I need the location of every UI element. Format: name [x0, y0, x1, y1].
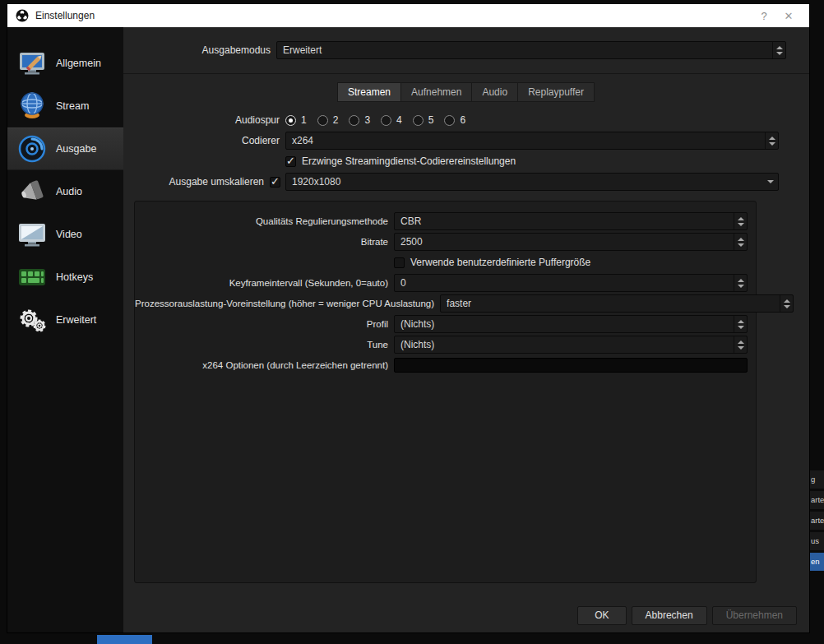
output-icon — [16, 132, 49, 165]
encoder-value: x264 — [292, 135, 765, 146]
audio-track-option-3[interactable]: 3 — [349, 114, 370, 126]
output-mode-value: Erweitert — [283, 44, 772, 56]
profile-label: Profil — [367, 319, 394, 329]
radio-icon[interactable] — [381, 115, 391, 126]
video-icon — [16, 218, 49, 251]
profile-select[interactable]: (Nichts) — [394, 315, 748, 333]
radio-label: 2 — [333, 114, 339, 126]
output-settings-panel: Ausgabemodus Erweitert Streamen Aufnehme… — [123, 27, 809, 632]
rescale-output-label: Ausgabe umskalieren — [169, 176, 270, 188]
background-menu-item[interactable]: arten — [810, 512, 824, 530]
profile-value: (Nichts) — [400, 318, 734, 330]
audio-icon — [16, 175, 49, 208]
encoder-label: Codierer — [242, 135, 285, 146]
radio-icon[interactable] — [317, 115, 328, 126]
sidebar-item-erweitert[interactable]: Erweitert — [7, 299, 123, 341]
advanced-icon — [16, 303, 49, 336]
rescale-output-checkbox[interactable] — [270, 177, 280, 188]
enforce-settings-row: Erzwinge Streamingdienst-Codierereinstel… — [123, 151, 779, 171]
audio-track-option-5[interactable]: 5 — [413, 114, 434, 126]
sidebar-item-label: Stream — [56, 100, 89, 112]
custom-buffer-field: Verwende benutzerdefinierte Puffergröße — [394, 257, 748, 268]
sidebar-item-label: Hotkeys — [56, 271, 93, 283]
tune-label: Tune — [367, 340, 394, 350]
close-button[interactable]: ✕ — [776, 10, 801, 22]
radio-label: 5 — [428, 114, 434, 126]
bitrate-label: Bitrate — [361, 237, 394, 247]
help-button[interactable]: ? — [752, 10, 776, 22]
sidebar-item-label: Erweitert — [56, 314, 96, 326]
output-mode-label: Ausgabemodus — [202, 44, 276, 56]
apply-button[interactable]: Übernehmen — [712, 606, 797, 625]
cpu-preset-value: faster — [447, 298, 780, 309]
spinner-arrows-icon[interactable] — [734, 234, 747, 250]
sidebar-item-hotkeys[interactable]: Hotkeys — [7, 256, 123, 299]
sidebar-item-allgemein[interactable]: Allgemein — [7, 42, 123, 85]
rate-control-select[interactable]: CBR — [394, 212, 748, 230]
audio-track-row: Audiospur 1 2 3 4 5 6 — [123, 110, 779, 130]
enforce-settings-checkbox[interactable] — [285, 156, 296, 167]
bitrate-row: Bitrate 2500 — [135, 232, 748, 252]
tab-replaypuffer[interactable]: Replaypuffer — [517, 82, 595, 102]
audio-track-radio-group: 1 2 3 4 5 6 — [285, 114, 779, 126]
dialog-footer: OK Abbrechen Übernehmen — [123, 598, 809, 632]
tune-value: (Nichts) — [400, 339, 734, 350]
radio-icon[interactable] — [413, 115, 424, 126]
sidebar-item-audio[interactable]: Audio — [7, 170, 123, 213]
cpu-preset-select[interactable]: faster — [440, 294, 794, 313]
custom-buffer-row: Verwende benutzerdefinierte Puffergröße — [135, 253, 748, 272]
profile-row: Profil (Nichts) — [135, 314, 748, 334]
output-mode-row: Ausgabemodus Erweitert — [123, 27, 809, 74]
spinner-arrows-icon[interactable] — [780, 295, 793, 312]
tab-aufnehmen[interactable]: Aufnehmen — [400, 82, 472, 102]
streaming-tab-content: Audiospur 1 2 3 4 5 6 Codierer — [123, 109, 809, 598]
rescale-output-row: Ausgabe umskalieren 1920x1080 — [123, 172, 779, 192]
x264-options-input[interactable] — [394, 358, 748, 373]
obs-logo-icon — [16, 9, 29, 22]
rate-control-label: Qualitäts Regulierungsmethode — [256, 216, 394, 226]
background-menu-fragments: g arten arten us en — [810, 470, 824, 573]
keyframe-interval-spinner[interactable]: 0 — [394, 274, 748, 292]
spinner-arrows-icon[interactable] — [734, 275, 747, 291]
audio-track-option-4[interactable]: 4 — [381, 114, 402, 126]
sidebar-item-ausgabe[interactable]: Ausgabe — [7, 127, 123, 170]
sidebar-item-label: Allgemein — [56, 58, 101, 69]
sidebar-item-video[interactable]: Video — [7, 213, 123, 256]
background-menu-item-highlighted[interactable]: en — [810, 553, 824, 571]
ok-button[interactable]: OK — [577, 606, 626, 625]
custom-buffer-label[interactable]: Verwende benutzerdefinierte Puffergröße — [410, 257, 590, 268]
bitrate-spinner[interactable]: 2500 — [394, 233, 748, 251]
radio-icon[interactable] — [285, 115, 296, 126]
titlebar[interactable]: Einstellungen ? ✕ — [7, 4, 809, 27]
enforce-settings-field: Erzwinge Streamingdienst-Codierereinstel… — [285, 155, 779, 167]
tune-select[interactable]: (Nichts) — [394, 336, 748, 354]
radio-icon[interactable] — [349, 115, 359, 126]
enforce-settings-label[interactable]: Erzwinge Streamingdienst-Codierereinstel… — [302, 155, 516, 167]
rescale-resolution-select[interactable]: 1920x1080 — [285, 173, 779, 191]
background-menu-item[interactable]: arten — [810, 491, 824, 509]
audio-track-label: Audiospur — [235, 114, 285, 126]
tab-streamen[interactable]: Streamen — [337, 82, 401, 102]
custom-buffer-checkbox[interactable] — [394, 257, 405, 268]
spinner-arrows-icon[interactable] — [734, 316, 747, 332]
hotkeys-icon — [16, 261, 49, 294]
tab-audio[interactable]: Audio — [471, 82, 518, 102]
spinner-arrows-icon[interactable] — [734, 213, 747, 229]
audio-track-option-2[interactable]: 2 — [317, 114, 339, 126]
background-menu-item[interactable]: us — [810, 532, 824, 550]
x264-options-row: x264 Optionen (durch Leerzeichen getrenn… — [135, 355, 748, 375]
output-mode-select[interactable]: Erweitert — [276, 41, 786, 59]
spinner-arrows-icon[interactable] — [734, 336, 747, 353]
radio-icon[interactable] — [444, 115, 455, 126]
sidebar-item-stream[interactable]: Stream — [7, 85, 123, 127]
rate-control-row: Qualitäts Regulierungsmethode CBR — [135, 211, 748, 231]
rescale-resolution-value: 1920x1080 — [292, 176, 763, 188]
spinner-arrows-icon[interactable] — [765, 132, 778, 149]
background-menu-item[interactable]: g — [810, 470, 824, 489]
encoder-select[interactable]: x264 — [285, 132, 779, 150]
spinner-arrows-icon[interactable] — [772, 42, 785, 58]
audio-track-option-1[interactable]: 1 — [285, 114, 307, 126]
chevron-down-icon[interactable] — [763, 174, 778, 190]
audio-track-option-6[interactable]: 6 — [444, 114, 465, 126]
cancel-button[interactable]: Abbrechen — [632, 606, 707, 625]
